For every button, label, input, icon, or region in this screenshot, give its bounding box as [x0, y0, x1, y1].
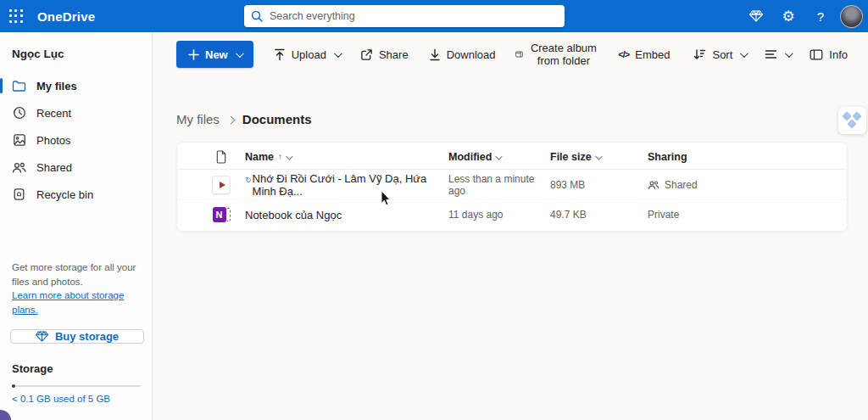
- new-button[interactable]: New: [176, 41, 253, 68]
- sidebar-item-label: Recent: [36, 107, 71, 120]
- settings-gear-icon[interactable]: ⚙: [776, 3, 801, 29]
- sidebar-item-label: Shared: [36, 161, 72, 174]
- app-title[interactable]: OneDrive: [37, 9, 95, 24]
- sidebar-item-recent[interactable]: Recent: [0, 99, 152, 126]
- onenote-file-icon: N: [198, 206, 245, 224]
- file-sharing[interactable]: Private: [648, 209, 847, 221]
- sidebar-nav: My files Recent Photos: [0, 72, 152, 208]
- upload-icon: [274, 48, 286, 61]
- column-header-name[interactable]: Name ↑: [245, 151, 448, 163]
- file-size: 893 MB: [550, 179, 648, 191]
- file-sharing[interactable]: Shared: [648, 179, 847, 191]
- info-button[interactable]: Info: [801, 41, 856, 68]
- chevron-down-icon: [740, 49, 748, 58]
- file-row-notebook[interactable]: N Notebook của Ngọc 11 days ago 49.7 KB …: [177, 199, 847, 229]
- help-icon[interactable]: ?: [808, 3, 833, 29]
- main-content: New Upload Share Download Create album f…: [153, 32, 868, 420]
- sidebar-item-my-files[interactable]: My files: [0, 72, 152, 99]
- column-header-sharing[interactable]: Sharing: [648, 151, 847, 163]
- search-input[interactable]: [270, 10, 558, 22]
- people-icon: [12, 160, 26, 175]
- code-icon: </>: [618, 49, 629, 59]
- search-icon: [251, 10, 263, 22]
- buy-storage-button[interactable]: Buy storage: [10, 329, 144, 344]
- list-view-icon: [765, 49, 777, 59]
- file-type-column-icon[interactable]: [198, 150, 245, 164]
- storage-promo: Get more storage for all your files and …: [0, 260, 152, 317]
- profile-avatar[interactable]: [840, 5, 863, 28]
- sidebar-item-shared[interactable]: Shared: [0, 154, 152, 181]
- chevron-down-icon: [496, 153, 503, 160]
- chevron-down-icon: [785, 49, 793, 58]
- photos-icon: [12, 133, 26, 148]
- shared-people-icon: [648, 180, 659, 190]
- column-header-modified[interactable]: Modified: [448, 151, 550, 163]
- chevron-right-icon: [226, 115, 235, 124]
- create-album-button[interactable]: Create album from folder: [507, 41, 606, 68]
- upload-button[interactable]: Upload: [265, 41, 348, 68]
- clock-icon: [12, 106, 26, 120]
- recycle-bin-icon: [12, 188, 26, 202]
- breadcrumb-current: Documents: [242, 112, 312, 126]
- sidebar-item-photos[interactable]: Photos: [0, 126, 152, 154]
- breadcrumb: My files Documents: [176, 112, 868, 126]
- file-modified: Less than a minute ago: [448, 173, 550, 197]
- folder-icon: [12, 79, 26, 93]
- storage-section: Storage < 0.1 GB used of 5 GB: [0, 362, 152, 404]
- column-header-size[interactable]: File size: [550, 151, 648, 163]
- file-name[interactable]: Notebook của Ngọc: [245, 209, 448, 221]
- chevron-down-icon: [236, 49, 244, 58]
- plus-icon: [188, 49, 199, 60]
- document-icon: [215, 150, 227, 164]
- album-icon: [515, 48, 523, 60]
- user-name: Ngọc Lục: [0, 42, 152, 72]
- file-row-video[interactable]: ↻ Nhớ Đi Rồi Cưới - Lâm Vỹ Dạ, Hứa Minh …: [177, 170, 847, 199]
- video-file-icon: [198, 176, 245, 194]
- app-launcher-icon[interactable]: [0, 0, 32, 32]
- file-name[interactable]: ↻ Nhớ Đi Rồi Cưới - Lâm Vỹ Dạ, Hứa Minh …: [245, 172, 448, 198]
- sort-button[interactable]: Sort: [685, 41, 754, 68]
- file-list: Name ↑ Modified File size Sharing: [176, 142, 848, 232]
- share-icon: [360, 48, 373, 61]
- download-icon: [429, 48, 441, 61]
- sidebar-item-label: My files: [36, 80, 77, 92]
- embed-button[interactable]: </> Embed: [609, 41, 678, 68]
- info-pane-icon: [810, 49, 823, 60]
- view-options-button[interactable]: [756, 41, 799, 68]
- sidebar-item-label: Photos: [36, 134, 70, 147]
- chevron-down-icon: [595, 153, 602, 160]
- storage-heading: Storage: [12, 362, 140, 375]
- command-bar: New Upload Share Download Create album f…: [176, 39, 868, 70]
- waffle-icon: [9, 9, 24, 24]
- storage-progress-bar: [12, 385, 141, 387]
- file-list-header: Name ↑ Modified File size Sharing: [177, 144, 847, 170]
- feedback-button[interactable]: [838, 107, 866, 134]
- sidebar-item-recycle-bin[interactable]: Recycle bin: [0, 181, 152, 208]
- breadcrumb-my-files[interactable]: My files: [176, 112, 220, 126]
- storage-promo-text: Get more storage for all your files and …: [12, 262, 136, 287]
- chevron-down-icon: [334, 49, 342, 58]
- sidebar: Ngọc Lục My files Recent: [0, 32, 153, 420]
- sort-ascending-icon: ↑: [278, 152, 282, 161]
- buy-storage-label: Buy storage: [55, 330, 119, 343]
- share-button[interactable]: Share: [352, 41, 417, 68]
- sort-icon: [693, 48, 706, 60]
- storage-usage-link[interactable]: < 0.1 GB used of 5 GB: [12, 394, 140, 404]
- storage-plans-link[interactable]: Learn more about storage plans.: [12, 290, 124, 315]
- chevron-down-icon: [287, 153, 293, 160]
- top-app-bar: OneDrive ⚙ ?: [0, 0, 868, 32]
- diamond-icon: [36, 331, 48, 342]
- sync-status-icon: ↻: [245, 176, 252, 184]
- search-bar[interactable]: [244, 5, 565, 27]
- file-modified: 11 days ago: [448, 209, 550, 221]
- sidebar-item-label: Recycle bin: [36, 188, 93, 201]
- premium-diamond-icon[interactable]: [743, 3, 769, 29]
- download-button[interactable]: Download: [420, 41, 504, 68]
- file-size: 49.7 KB: [550, 209, 648, 221]
